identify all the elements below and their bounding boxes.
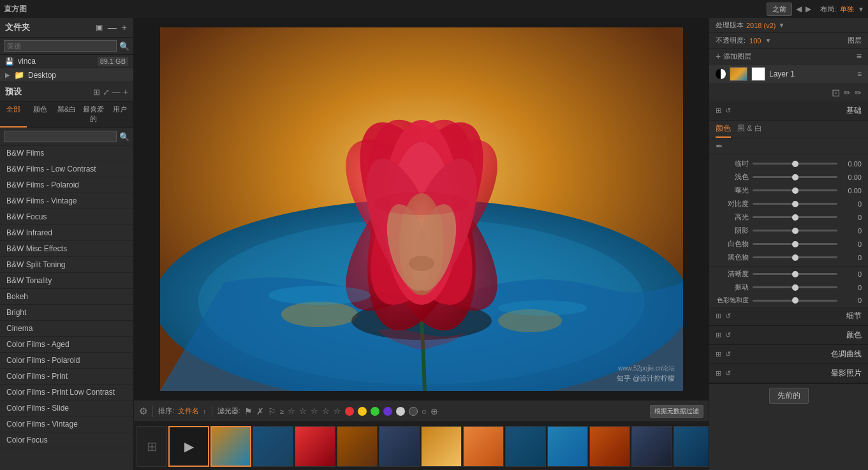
preset-bw-split[interactable]: B&W Split Toning (0, 257, 133, 273)
section-vignette-refresh-icon[interactable]: ↺ (725, 369, 731, 378)
film-nav-thumb[interactable]: ⊞ (136, 426, 167, 467)
preset-bokeh[interactable]: Bokeh (0, 289, 133, 305)
preset-cf-polaroid[interactable]: Color Films - Polaroid (0, 353, 133, 369)
slider-clarity-track[interactable] (753, 273, 837, 275)
star-4[interactable]: ☆ (322, 406, 330, 416)
color-filter-none[interactable] (409, 407, 418, 416)
folder-search-input[interactable] (4, 40, 117, 52)
layout-value[interactable]: 单独 (840, 4, 854, 14)
preset-cf-vintage[interactable]: Color Films - Vintage (0, 416, 133, 432)
tab-color-sliders[interactable]: 颜色 (716, 123, 731, 138)
color-filter-purple[interactable] (383, 407, 392, 416)
section-vignette-copy-icon[interactable]: ⊞ (716, 369, 721, 378)
preset-bw-focus[interactable]: B&W Focus (0, 209, 133, 225)
color-filter-red[interactable] (345, 407, 354, 416)
slider-temp-track[interactable] (753, 163, 837, 165)
nav-right-icon[interactable]: ▶ (805, 4, 811, 13)
drive-item[interactable]: 💾 vinca 89.1 GB (0, 55, 133, 68)
preset-bw-films-vintage[interactable]: B&W Films - Vintage (0, 193, 133, 209)
proc-arrow[interactable]: ▼ (778, 22, 784, 29)
film-thumb-2[interactable] (253, 426, 293, 467)
slider-shadows-track[interactable] (753, 230, 837, 231)
preset-bw-tonality[interactable]: B&W Tonality (0, 273, 133, 289)
preset-cf-print[interactable]: Color Films - Print (0, 369, 133, 385)
star-2[interactable]: ☆ (299, 406, 307, 416)
flag-icon[interactable]: ⚑ (244, 406, 253, 416)
section-vignette[interactable]: ⊞ ↺ 晕影照片 (709, 364, 868, 383)
tab-bw[interactable]: 黑&白 (54, 102, 80, 128)
slider-contrast-thumb[interactable] (792, 201, 798, 207)
film-thumb-10[interactable] (589, 426, 630, 467)
folder-add-btn[interactable]: + (121, 22, 128, 33)
section-tonecurve[interactable]: ⊞ ↺ 色调曲线 (709, 345, 868, 364)
presets-search-input[interactable] (4, 131, 117, 142)
film-thumb-8[interactable] (505, 426, 546, 467)
sort-value[interactable]: 文件名 (178, 406, 199, 416)
sort-arrow[interactable]: ↑ (203, 408, 207, 415)
slider-temp-thumb[interactable] (792, 161, 798, 167)
folder-search-icon[interactable]: 🔍 (119, 41, 129, 51)
section-basic[interactable]: ⊞ ↺ 基础 (709, 101, 868, 121)
tab-bw-sliders[interactable]: 黑 & 白 (737, 123, 762, 138)
circle-icon[interactable]: ○ (422, 406, 427, 416)
desktop-item[interactable]: ▶ 📁 Desktop (0, 68, 133, 82)
reject-icon[interactable]: ✗ (256, 406, 264, 416)
film-thumb-12[interactable] (673, 426, 709, 467)
unflagged-icon[interactable]: ⚐ (268, 406, 276, 416)
presets-expand-icon[interactable]: ⤢ (103, 87, 110, 97)
presets-search-icon[interactable]: 🔍 (119, 132, 129, 142)
color-filter-yellow[interactable] (358, 407, 367, 416)
before-btn[interactable]: 之前 (767, 3, 792, 16)
eyedropper-icon[interactable]: ✒ (716, 141, 723, 151)
slider-whites-track[interactable] (753, 243, 837, 245)
prev-btn[interactable]: 先前的 (769, 388, 809, 404)
folder-minus-btn[interactable]: — (107, 22, 118, 33)
section-basic-refresh-icon[interactable]: ↺ (725, 106, 731, 115)
preset-bw-films[interactable]: B&W Films (0, 145, 133, 161)
slider-blacks-thumb[interactable] (792, 254, 798, 261)
preset-cf-aged[interactable]: Color Films - Aged (0, 337, 133, 353)
layer-item[interactable]: Layer 1 ≡ (709, 64, 868, 84)
film-thumb-3[interactable] (295, 426, 335, 467)
film-thumb-play[interactable]: ▶ (168, 426, 209, 467)
color-filter-gray[interactable] (396, 407, 405, 416)
layout-arrow[interactable]: ▼ (858, 6, 864, 13)
settings-icon[interactable]: ⚙ (139, 406, 147, 417)
film-thumb-7[interactable] (463, 426, 504, 467)
film-thumb-6[interactable] (421, 426, 462, 467)
layer-item-menu[interactable]: ≡ (857, 70, 862, 78)
section-detail-copy-icon[interactable]: ⊞ (716, 312, 721, 320)
slider-saturation-thumb[interactable] (792, 297, 798, 304)
section-basic-copy-icon[interactable]: ⊞ (716, 106, 721, 115)
slider-contrast-track[interactable] (753, 203, 837, 205)
preset-cf-print-lc[interactable]: Color Films - Print Low Contrast (0, 385, 133, 400)
presets-minus-btn[interactable]: — (112, 87, 121, 97)
slider-shadows-thumb[interactable] (792, 228, 798, 234)
presets-grid-icon[interactable]: ⊞ (93, 87, 100, 97)
tab-all[interactable]: 全部 (0, 102, 27, 128)
opacity-value[interactable]: 100 (749, 37, 761, 45)
layer-menu-icon[interactable]: ≡ (857, 51, 862, 61)
slider-blacks-track[interactable] (753, 256, 837, 258)
add-layer-btn[interactable]: + 添加图层 (716, 51, 751, 61)
filter-meta-btn[interactable]: 根据元数据过滤 (650, 405, 703, 418)
film-thumb-5[interactable] (379, 426, 420, 467)
preset-bw-films-polaroid[interactable]: B&W Films - Polaroid (0, 177, 133, 193)
star-1[interactable]: ☆ (288, 406, 295, 416)
crop-icon[interactable]: ⊡ (832, 87, 840, 99)
preset-cf-focus[interactable]: Color Focus (0, 432, 133, 448)
preset-bw-films-lc[interactable]: B&W Films - Low Contrast (0, 161, 133, 177)
section-detail[interactable]: ⊞ ↺ 细节 (709, 307, 868, 326)
slider-exposure-thumb[interactable] (792, 187, 798, 194)
preset-cinema[interactable]: Cinema (0, 321, 133, 337)
tab-favorites[interactable]: 最喜爱的 (80, 102, 107, 128)
slider-exposure-track[interactable] (753, 189, 837, 191)
nav-left-icon[interactable]: ◀ (796, 4, 802, 13)
film-thumb-4[interactable] (337, 426, 378, 467)
slider-tint-track[interactable] (753, 176, 837, 178)
film-thumb-11[interactable] (631, 426, 672, 467)
film-thumb-9[interactable] (547, 426, 588, 467)
slider-saturation-track[interactable] (753, 300, 837, 302)
preset-bw-misc[interactable]: B&W Misc Effects (0, 241, 133, 257)
slider-highlights-thumb[interactable] (792, 214, 798, 221)
